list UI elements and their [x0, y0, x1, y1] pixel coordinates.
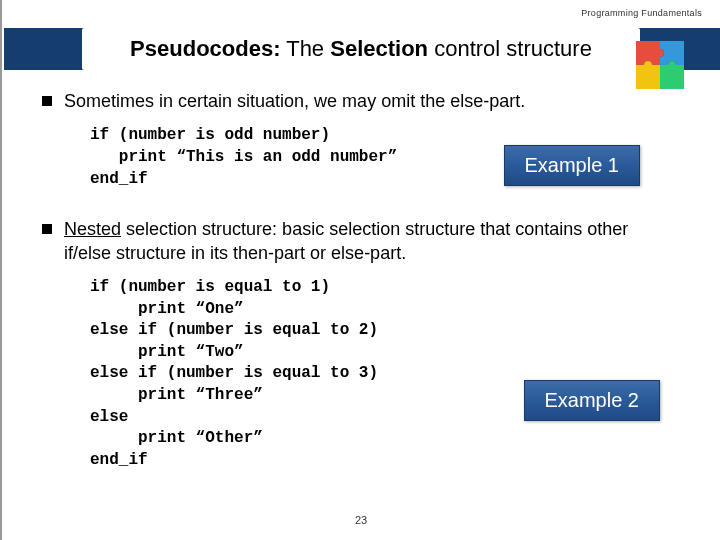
- slide-title: Pseudocodes: The Selection control struc…: [2, 36, 720, 62]
- bullet-marker-icon: [42, 96, 52, 106]
- bullet-2-text: Nested selection structure: basic select…: [64, 218, 680, 265]
- bullet-2-rest: selection structure: basic selection str…: [64, 219, 628, 262]
- code-block-2: if (number is equal to 1) print “One” el…: [90, 277, 680, 471]
- bullet-2: Nested selection structure: basic select…: [42, 218, 680, 265]
- bullet-2-underline: Nested: [64, 219, 121, 239]
- title-bold-2: Selection: [330, 36, 428, 61]
- bullet-1: Sometimes in certain situation, we may o…: [42, 90, 680, 113]
- course-header: Programming Fundamentals: [581, 8, 702, 18]
- title-bold-1: Pseudocodes:: [130, 36, 280, 61]
- page-number: 23: [2, 514, 720, 526]
- title-plain-2: control structure: [428, 36, 592, 61]
- example-1-badge: Example 1: [504, 145, 641, 186]
- title-plain-1: The: [280, 36, 330, 61]
- example-2-badge: Example 2: [524, 380, 661, 421]
- bullet-1-text: Sometimes in certain situation, we may o…: [64, 90, 525, 113]
- bullet-marker-icon: [42, 224, 52, 234]
- slide: Programming Fundamentals Pseudocodes: Th…: [0, 0, 720, 540]
- puzzle-icon: [630, 35, 710, 115]
